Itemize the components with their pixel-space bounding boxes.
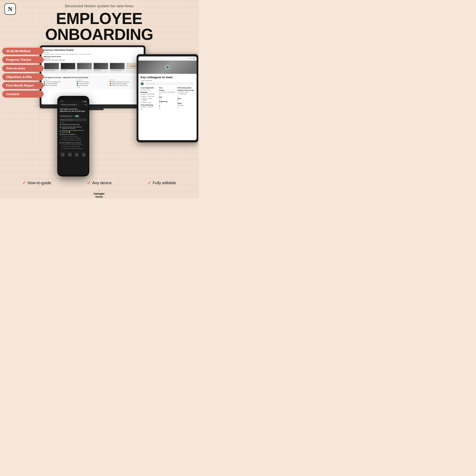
objectives-columns: 30 days 3 Follow the onboarding week Joi… — [44, 79, 141, 88]
check-data-1 — [159, 99, 160, 100]
task-title-2: Join the team for team building session … — [62, 126, 87, 129]
phone-signal-icons: ▲▲ ◼ — [83, 101, 86, 102]
phone-nav-header: ‹ 🚀 Employee Onboarding Te... ⋯ ⬆ — [58, 103, 88, 107]
laptop-screen-outer: Employee Onboarding Template Useful link… — [40, 45, 145, 105]
tablet-col-tech: Tech Product Emmanuel - PM Director ... — [159, 87, 176, 111]
phone-new-button[interactable]: New — [75, 115, 79, 117]
tablet-sales-label: Sales — [177, 98, 194, 99]
task-dot-2 — [60, 127, 61, 128]
thumb-label-1: Welcome to the team! — [44, 70, 59, 71]
screen-what-to-know: What you need to know — [44, 56, 141, 57]
tablet-hero-image — [138, 61, 197, 74]
objectives-title: Your path to success - objectives for th… — [44, 76, 141, 78]
header: N Structured Notion system for new hires — [0, 0, 198, 10]
thumb-img-1 — [44, 63, 59, 69]
thumb-img-3 — [77, 63, 92, 69]
thumb-label-2: Your mission — [61, 70, 75, 71]
tablet-item-maxime: Maxime - Head of — [141, 106, 158, 108]
laptop-screen-inner: Employee Onboarding Template Useful link… — [41, 47, 144, 104]
obj-text-30-3: Meet your colleagues — [45, 85, 57, 86]
pill-2[interactable]: Progress Tracker — [2, 56, 44, 63]
feature-text-edit: Fully editable — [153, 181, 176, 185]
tablet-hr-badge: HR team — [177, 104, 184, 106]
tablet-col-client-header: Client facing teams — [177, 87, 194, 89]
tablet-product-label: Product — [159, 89, 176, 91]
back-arrow-icon[interactable]: ‹ — [60, 103, 60, 105]
thumb-5: 1:1s with your manager — [109, 62, 125, 73]
comment-input[interactable]: Add a comment... — [145, 83, 194, 85]
check-thomas — [177, 92, 179, 93]
phone-mockup: 17:06 ▲▲ ◼ ‹ 🚀 Employee Onboarding Te...… — [57, 96, 89, 176]
phone-share-icon[interactable]: ⬆ — [85, 104, 87, 105]
subtitle: Structured Notion system for new hires — [65, 4, 134, 8]
tablet-page-title: Key colleagues to meet — [141, 76, 194, 79]
main-title: EMPLOYEE ONBOARDING — [0, 11, 198, 42]
tablet-item-it-1: ... — [159, 107, 176, 109]
devices-area: ✦ ✦ Employee Onboarding Template Useful … — [44, 45, 196, 176]
tablet-add-property[interactable]: + Add a property — [141, 80, 194, 81]
text-maxime: Maxime - Head of — [142, 106, 153, 108]
tablet-item-simona: Simona - Lead — [141, 102, 158, 103]
tablet-item-data-1: ... — [159, 98, 176, 100]
task-header-3: Participate in all meetings and ask ques… — [60, 130, 87, 133]
pill-3[interactable]: One-on-ones — [2, 65, 44, 72]
thumb-label-5: 1:1s with your manager — [110, 70, 124, 71]
text-it-1: ... — [161, 107, 162, 109]
obj-dot-green-60-1 — [77, 81, 78, 83]
task-group-2: Join the team for team building session … — [60, 126, 87, 129]
task-group-3: Participate in all meetings and ask ques… — [60, 130, 87, 133]
pill-4[interactable]: Objectives & KRs — [2, 73, 44, 80]
tablet-dept-sub: Immediate team: — [141, 89, 158, 91]
tablet-col-client: Client facing teams Customer Success tea… — [177, 87, 194, 111]
task-title-3: Participate in all meetings and ask ques… — [62, 130, 87, 133]
obj-text-60-3: Provide feedback — [78, 85, 88, 86]
text-readings: Complete necessary readings — [64, 146, 80, 147]
check-simona — [141, 102, 142, 103]
check-ell-tech-1 — [159, 94, 160, 95]
phone-status-bar: 17:06 ▲▲ ◼ — [58, 100, 88, 103]
tablet-share-label: Share — [189, 58, 192, 59]
phone-add-filter[interactable]: + Add filter — [68, 119, 73, 120]
tablet-cs-label: Customer Success team — [177, 89, 194, 91]
screen-links: Company website | Training platform | Te… — [44, 53, 141, 55]
obj-text-30-1: Follow the onboarding week — [45, 81, 61, 83]
pill-1[interactable]: 30-60-90 Method — [2, 48, 44, 55]
circle-missions — [62, 144, 63, 145]
phone-doc-title: 🚀 Employee Onboarding Te... — [61, 104, 82, 105]
text-hr-1: ... — [179, 107, 180, 108]
task-title-1: Follow the onboarding week — [62, 124, 80, 125]
subtask-readings: Complete necessary readings — [62, 146, 87, 147]
feature-item-edit: ✓ Fully editable — [147, 180, 176, 186]
text-marine: Marine - Community — [142, 96, 154, 97]
phone-search[interactable]: 🔍 Search + Add filter — [60, 119, 87, 121]
tablet-header-bar: Share — [138, 56, 197, 61]
tablet-it-label: IT — [159, 105, 176, 107]
feature-item-guide: ✓ How-to-guide — [22, 180, 51, 186]
home-icon[interactable] — [61, 153, 65, 156]
check-icon-guide: ✓ — [22, 180, 26, 186]
phone-more-icon[interactable]: ⋯ — [83, 104, 85, 105]
phone-home-bar — [58, 152, 88, 157]
tablet-product-marketing-label: Product Marketing — [141, 104, 158, 106]
thumb-4: Getting around — [93, 62, 109, 73]
pill-5[interactable]: First Month Report — [2, 82, 44, 89]
task-header-confident: Get confident in your new role — [60, 142, 87, 143]
subtask-11s-colleagues: Have 1:1s with every colleagues — [62, 137, 87, 139]
screen-general-info: General info — [44, 58, 141, 59]
tablet-item-ell-cs-1: ... — [177, 95, 194, 97]
thumb-img-2 — [61, 63, 75, 69]
task-title-meet: Meet your colleagues — [62, 134, 75, 135]
check-eng-1 — [159, 103, 160, 104]
tablet-icon — [166, 65, 170, 69]
updates-icon[interactable] — [75, 153, 78, 156]
tablet-comment-area: Add a comment... — [141, 82, 194, 85]
search-icon[interactable] — [68, 153, 72, 156]
obj-item-60-2: Extend your network — [77, 83, 108, 84]
profile-icon[interactable] — [82, 153, 85, 156]
pill-6[interactable]: Contacts — [2, 91, 44, 98]
task-dot-meet — [60, 134, 61, 135]
notion-logo-icon: N — [4, 3, 16, 15]
tablet-item-sales-1: ... — [177, 100, 194, 102]
check-icon-edit: ✓ — [147, 180, 151, 186]
obj-dot-orange-90-2 — [110, 83, 111, 84]
